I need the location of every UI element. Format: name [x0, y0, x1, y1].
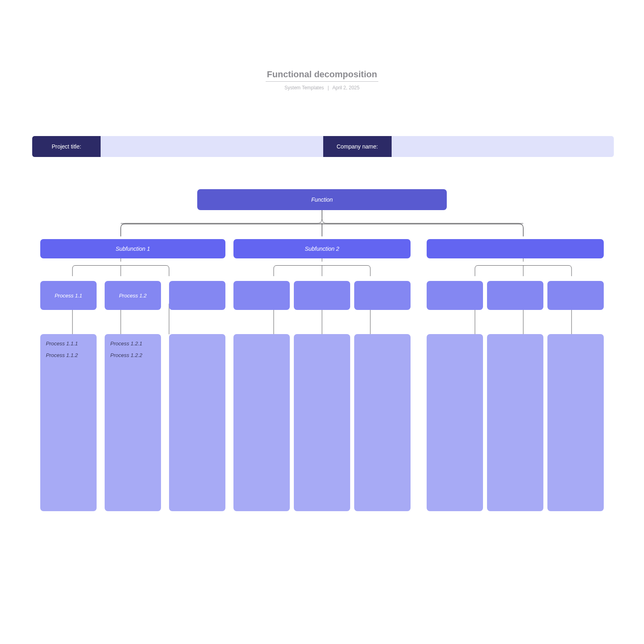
process-node[interactable]: Process 1.1	[40, 281, 97, 310]
process-node[interactable]	[354, 281, 411, 310]
leaf-item: Process 1.2.2	[110, 352, 142, 358]
leaf-panel[interactable]	[427, 334, 483, 511]
subfunction-label: Subfunction 1	[116, 246, 150, 252]
company-name-field[interactable]	[392, 136, 614, 157]
source-label: System Templates	[285, 85, 324, 91]
function-label: Function	[311, 196, 333, 203]
diagram-header: Functional decomposition System Template…	[0, 69, 644, 91]
diagram-title: Functional decomposition	[266, 69, 378, 82]
diagram-subheader: System Templates | April 2, 2025	[0, 85, 644, 91]
process-node[interactable]	[294, 281, 350, 310]
leaf-panel[interactable]	[487, 334, 543, 511]
process-label: Process 1.1	[55, 293, 83, 299]
project-title-field[interactable]	[101, 136, 323, 157]
decomposition-diagram: Function Subfunction 1 Subfunction 2 Pro…	[0, 185, 644, 644]
leaf-panel[interactable]	[547, 334, 604, 511]
leaf-panel[interactable]	[354, 334, 411, 511]
leaf-panel[interactable]	[294, 334, 350, 511]
process-node[interactable]	[427, 281, 483, 310]
process-node[interactable]	[547, 281, 604, 310]
process-node[interactable]: Process 1.2	[105, 281, 161, 310]
subfunction-node[interactable]: Subfunction 2	[233, 239, 411, 258]
subfunction-node[interactable]	[427, 239, 604, 258]
leaf-panel[interactable]: Process 1.1.1 Process 1.1.2	[40, 334, 97, 511]
subfunction-label: Subfunction 2	[305, 246, 339, 252]
function-node[interactable]: Function	[197, 189, 447, 210]
process-label: Process 1.2	[119, 293, 147, 299]
separator: |	[328, 85, 329, 91]
leaf-item: Process 1.1.1	[46, 341, 78, 347]
leaf-panel[interactable]: Process 1.2.1 Process 1.2.2	[105, 334, 161, 511]
process-node[interactable]	[169, 281, 225, 310]
process-node[interactable]	[233, 281, 290, 310]
leaf-item: Process 1.1.2	[46, 352, 78, 358]
date-label: April 2, 2025	[332, 85, 359, 91]
process-node[interactable]	[487, 281, 543, 310]
leaf-panel[interactable]	[169, 334, 225, 511]
info-bar: Project title: Company name:	[32, 136, 614, 157]
company-name-label: Company name:	[323, 136, 392, 157]
leaf-panel[interactable]	[233, 334, 290, 511]
project-title-label: Project title:	[32, 136, 101, 157]
leaf-item: Process 1.2.1	[110, 341, 142, 347]
subfunction-node[interactable]: Subfunction 1	[40, 239, 225, 258]
